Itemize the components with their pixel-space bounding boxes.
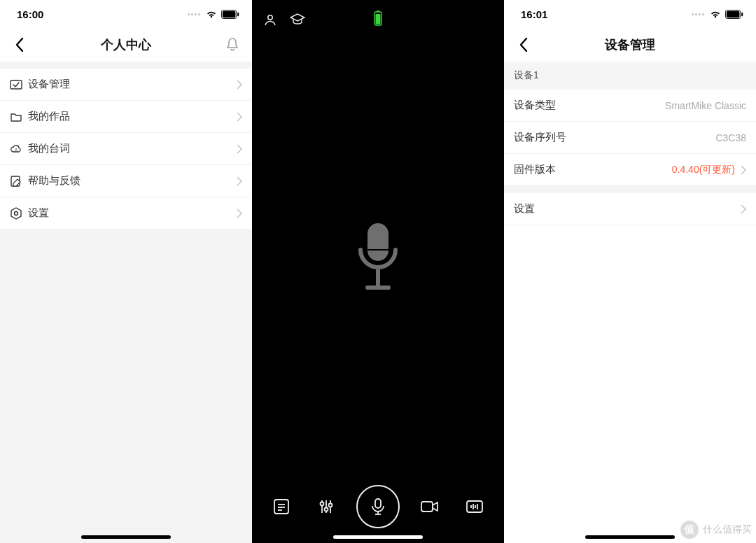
wifi-icon xyxy=(206,10,217,18)
divider xyxy=(504,186,756,193)
svg-marker-6 xyxy=(11,208,21,219)
recorder-preview xyxy=(252,39,504,479)
home-indicator[interactable] xyxy=(585,535,675,539)
battery-icon xyxy=(221,10,239,19)
svg-point-7 xyxy=(15,211,18,215)
menu-item-settings[interactable]: 设置 xyxy=(0,197,252,230)
chevron-right-icon xyxy=(237,144,242,154)
edit-doc-icon xyxy=(10,175,22,188)
row-label: 设备序列号 xyxy=(514,131,715,144)
folder-icon xyxy=(10,111,22,123)
menu-label: 设备管理 xyxy=(28,78,231,91)
status-right xyxy=(188,10,239,19)
svg-rect-2 xyxy=(237,12,239,16)
nav-bar: 设备管理 xyxy=(504,28,756,62)
mic-battery-indicator xyxy=(374,10,382,29)
video-camera-icon xyxy=(419,497,440,516)
profile-button[interactable] xyxy=(263,13,277,27)
nav-bar: 个人中心 xyxy=(0,28,252,62)
device-settings-list: 设置 xyxy=(504,193,756,225)
row-settings[interactable]: 设置 xyxy=(504,193,756,225)
camera-button[interactable] xyxy=(415,492,444,521)
home-indicator[interactable] xyxy=(81,535,171,539)
svg-rect-11 xyxy=(376,14,381,24)
menu-label: 帮助与反馈 xyxy=(28,174,231,188)
status-right xyxy=(692,10,743,19)
watermark: 值 什么值得买 xyxy=(680,521,752,539)
svg-rect-36 xyxy=(727,10,740,17)
levels-button[interactable] xyxy=(312,492,341,521)
subtitle-icon xyxy=(272,497,291,516)
watermark-badge: 值 xyxy=(680,521,699,539)
svg-point-25 xyxy=(329,504,332,507)
svg-point-21 xyxy=(321,502,324,506)
sliders-icon xyxy=(316,497,336,516)
panel-personal-center: 16:00 个人中心 设备管理 我的 xyxy=(0,0,252,543)
empty-area xyxy=(504,225,756,543)
status-bar: 16:00 xyxy=(0,0,252,28)
waveform-icon xyxy=(465,497,484,516)
row-device-type: 设备类型 SmartMike Classic xyxy=(504,90,756,122)
row-value: 0.4.40(可更新) xyxy=(672,164,735,176)
row-value: C3C38 xyxy=(715,132,746,143)
waveform-button[interactable] xyxy=(460,492,489,521)
gear-hex-icon xyxy=(10,207,22,220)
status-time: 16:01 xyxy=(521,8,547,20)
chevron-right-icon xyxy=(237,176,242,186)
row-value: SmartMike Classic xyxy=(665,100,746,111)
svg-rect-1 xyxy=(223,10,236,17)
device-check-icon xyxy=(10,78,22,91)
signal-dots-icon xyxy=(692,13,704,15)
svg-point-8 xyxy=(268,15,272,20)
svg-rect-37 xyxy=(741,12,743,16)
chevron-left-icon xyxy=(519,37,528,52)
section-title: 设备1 xyxy=(514,69,539,82)
record-button[interactable] xyxy=(356,485,400,528)
svg-rect-12 xyxy=(368,223,388,261)
row-firmware[interactable]: 固件版本 0.4.40(可更新) xyxy=(504,154,756,186)
chevron-right-icon xyxy=(237,80,242,90)
empty-area xyxy=(0,230,252,543)
back-button[interactable] xyxy=(514,35,533,55)
watermark-text: 什么值得买 xyxy=(703,523,752,536)
menu-list: 设备管理 我的作品 A 我的台词 帮助与反馈 设置 xyxy=(0,69,252,230)
menu-item-my-scripts[interactable]: A 我的台词 xyxy=(0,133,252,165)
back-button[interactable] xyxy=(10,35,29,55)
chevron-right-icon xyxy=(237,209,242,218)
graduation-cap-icon xyxy=(290,13,305,27)
battery-vertical-icon xyxy=(374,10,382,26)
svg-text:A: A xyxy=(15,148,18,152)
home-indicator[interactable] xyxy=(333,535,423,539)
menu-label: 设置 xyxy=(28,206,231,220)
profile-icon xyxy=(263,13,277,27)
svg-rect-26 xyxy=(375,499,381,508)
section-header-device1: 设备1 xyxy=(504,62,756,90)
panel-recorder xyxy=(252,0,504,543)
panel-device-mgmt: 16:01 设备管理 设备1 设备类型 SmartMike Classic 设备… xyxy=(504,0,756,543)
row-label: 固件版本 xyxy=(514,163,672,176)
menu-label: 我的台词 xyxy=(28,142,231,155)
signal-dots-icon xyxy=(188,13,200,15)
chevron-left-icon xyxy=(15,37,24,52)
svg-point-23 xyxy=(325,508,328,512)
battery-icon xyxy=(725,10,743,19)
tutorial-button[interactable] xyxy=(290,13,305,27)
page-title: 个人中心 xyxy=(101,36,151,53)
row-label: 设置 xyxy=(514,202,735,216)
page-title: 设备管理 xyxy=(605,36,655,53)
recorder-topbar xyxy=(252,0,504,39)
status-time: 16:00 xyxy=(17,8,43,20)
svg-rect-3 xyxy=(10,80,22,89)
cloud-a-icon: A xyxy=(10,143,22,155)
recorder-bottombar xyxy=(252,479,504,543)
svg-rect-16 xyxy=(274,500,288,514)
menu-item-my-works[interactable]: 我的作品 xyxy=(0,101,252,133)
bell-icon xyxy=(225,37,239,52)
row-label: 设备类型 xyxy=(514,99,665,112)
menu-item-device-mgmt[interactable]: 设备管理 xyxy=(0,69,252,101)
subtitle-button[interactable] xyxy=(267,492,296,521)
menu-item-help-feedback[interactable]: 帮助与反馈 xyxy=(0,165,252,197)
notifications-button[interactable] xyxy=(223,35,242,55)
microphone-large-icon xyxy=(354,220,402,297)
chevron-right-icon xyxy=(741,204,746,214)
